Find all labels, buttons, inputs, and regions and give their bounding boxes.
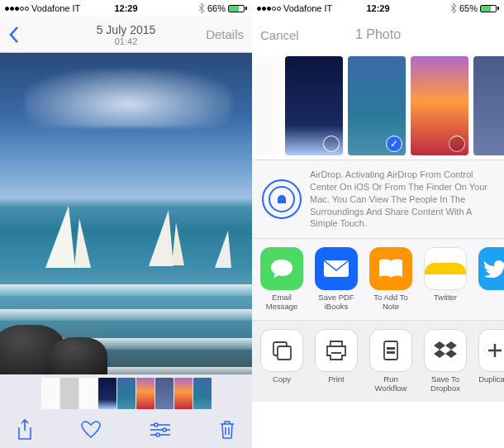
svg-rect-9 [384,341,397,360]
share-app-mail[interactable]: Save PDF iBooks [315,247,358,312]
action-label: Save To Dropbox [424,375,467,393]
back-arrow-icon[interactable] [8,26,20,44]
bottom-toolbar [0,412,252,448]
actions-row: Copy Print Run Workflow Save To Dropbox [252,321,504,402]
selection-count: 1 Photo [355,27,401,42]
carrier-label: Vodafone IT [31,3,80,13]
share-thumbnail[interactable] [411,56,468,155]
share-icon[interactable] [17,419,33,441]
trash-icon[interactable] [219,420,235,440]
action-label: Print [328,375,345,384]
bluetooth-icon [450,3,457,13]
share-app-twitter[interactable] [478,247,504,312]
action-label: Duplicate [478,375,504,384]
thumbnail[interactable] [41,378,59,409]
ibooks-icon [369,247,412,290]
favorite-icon[interactable] [81,421,101,439]
details-button[interactable]: Details [206,27,244,41]
share-thumbnail-selected[interactable]: ✓ [348,56,406,155]
thumbnail[interactable] [79,378,97,409]
carrier-label: Vodafone IT [283,3,332,13]
action-label: Copy [273,375,291,384]
signal-dots-icon [257,7,281,11]
share-nav-bar: Cancel 1 Photo [252,17,504,53]
battery-pct: 65% [459,3,478,13]
copy-icon [260,329,303,372]
battery-icon [480,5,499,12]
share-app-label: Save PDF iBooks [315,293,358,312]
thumbnail[interactable] [98,378,116,409]
share-apps-row: Email Message Save PDF iBooks To Add To … [252,239,504,321]
share-app-notes[interactable]: Twitter [424,247,467,312]
nav-bar: 5 July 2015 01:42 Details [0,17,252,53]
svg-rect-10 [387,347,395,350]
airdrop-row[interactable]: AirDrop. Activating AirDrop From Control… [252,160,504,239]
share-app-label: To Add To Note [369,293,412,312]
thumbnail[interactable] [193,378,212,409]
edit-sliders-icon[interactable] [150,422,171,438]
svg-point-4 [163,428,166,431]
svg-rect-11 [387,351,395,354]
cancel-button[interactable]: Cancel [260,28,299,42]
thumbnail[interactable] [174,378,193,409]
action-dropbox[interactable]: Save To Dropbox [424,329,467,393]
airdrop-icon [262,179,302,219]
svg-rect-8 [278,346,291,360]
share-app-messages[interactable]: Email Message [260,247,303,312]
workflow-icon [369,329,412,372]
svg-point-5 [156,433,159,436]
share-thumbnail[interactable] [255,56,280,155]
clock-label: 12:29 [366,3,389,13]
dropbox-icon [424,329,467,372]
notes-icon [424,247,467,290]
status-bar: Vodafone IT 12:29 65% [252,0,504,17]
share-thumbnail-row[interactable]: ✓ [252,53,504,160]
bluetooth-icon [198,3,205,13]
share-app-label: Twitter [434,293,457,303]
thumbnail[interactable] [60,378,78,409]
share-app-ibooks[interactable]: To Add To Note [369,247,412,312]
airdrop-text: AirDrop. Activating AirDrop From Control… [310,169,494,230]
battery-pct: 66% [207,3,226,13]
action-print[interactable]: Print [315,329,358,393]
action-label: Run Workflow [369,375,412,393]
battery-icon [228,5,247,12]
action-duplicate[interactable]: Duplicate [478,329,504,393]
share-thumbnail[interactable] [285,56,343,155]
photo-date-title: 5 July 2015 01:42 [97,23,156,46]
messages-icon [260,247,303,290]
twitter-icon [478,247,504,290]
thumbnail[interactable] [155,378,174,409]
mail-icon [315,247,358,290]
action-copy[interactable]: Copy [260,329,303,393]
status-bar: Vodafone IT 12:29 66% [0,0,252,17]
signal-dots-icon [5,7,29,11]
share-app-label: Email Message [260,293,303,312]
photo-filmstrip[interactable] [0,374,252,412]
action-workflow[interactable]: Run Workflow [369,329,412,393]
svg-point-3 [155,423,158,427]
print-icon [315,329,358,372]
thumbnail[interactable] [136,378,155,409]
share-thumbnail[interactable] [473,56,504,155]
thumbnail-selected[interactable] [117,378,136,409]
clock-label: 12:29 [114,3,137,13]
photo-viewer[interactable] [0,53,252,374]
duplicate-icon [478,329,504,372]
